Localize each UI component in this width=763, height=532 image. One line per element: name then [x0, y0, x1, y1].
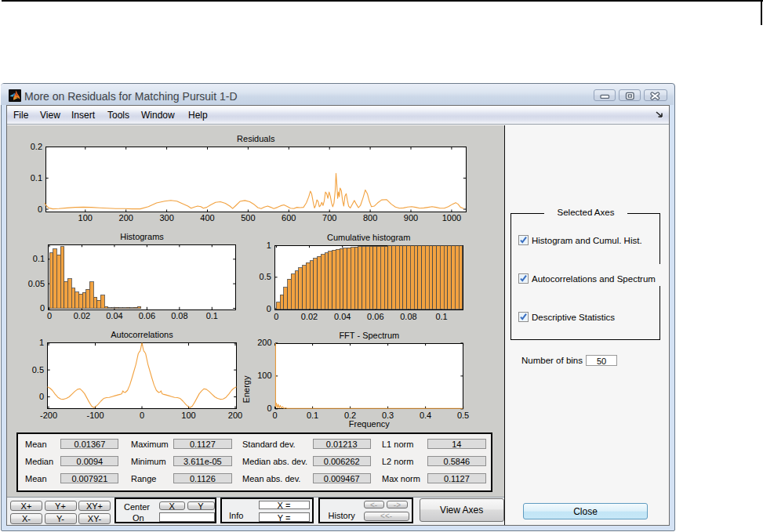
- svg-text:800: 800: [363, 213, 377, 223]
- svg-text:FFT - Spectrum: FFT - Spectrum: [339, 331, 399, 340]
- svg-text:0.06: 0.06: [367, 312, 383, 321]
- svg-text:400: 400: [200, 213, 214, 223]
- svg-text:0.5: 0.5: [32, 365, 44, 375]
- svg-text:0.3: 0.3: [382, 411, 394, 420]
- svg-text:0.1: 0.1: [31, 173, 42, 183]
- svg-text:500: 500: [241, 213, 255, 223]
- svg-text:Cumulative histogram: Cumulative histogram: [327, 233, 410, 242]
- svg-text:0: 0: [40, 303, 45, 313]
- svg-text:700: 700: [322, 213, 336, 223]
- svg-text:0.1: 0.1: [435, 312, 447, 321]
- svg-text:Energy: Energy: [242, 375, 251, 403]
- svg-text:0: 0: [273, 411, 278, 420]
- svg-text:0: 0: [140, 411, 144, 420]
- svg-text:0: 0: [38, 204, 42, 214]
- svg-text:1: 1: [267, 241, 271, 250]
- svg-text:0.08: 0.08: [400, 312, 416, 321]
- svg-text:0: 0: [274, 312, 278, 321]
- svg-text:0: 0: [267, 404, 271, 413]
- svg-text:-100: -100: [86, 411, 104, 420]
- svg-text:1000: 1000: [442, 213, 461, 223]
- svg-text:600: 600: [282, 213, 296, 223]
- svg-text:0.06: 0.06: [139, 311, 155, 320]
- svg-text:900: 900: [404, 213, 418, 223]
- svg-text:0.05: 0.05: [28, 279, 45, 288]
- svg-text:0.5: 0.5: [260, 272, 271, 281]
- svg-text:200: 200: [119, 213, 133, 223]
- svg-text:300: 300: [159, 213, 173, 223]
- svg-text:0.4: 0.4: [420, 411, 431, 420]
- svg-text:0.5: 0.5: [457, 411, 469, 420]
- svg-text:0.02: 0.02: [74, 311, 90, 320]
- svg-text:Frequency: Frequency: [349, 419, 390, 429]
- svg-text:0.04: 0.04: [106, 311, 122, 320]
- svg-text:200: 200: [228, 411, 242, 420]
- svg-text:0.08: 0.08: [171, 311, 187, 320]
- svg-text:0.04: 0.04: [334, 312, 351, 321]
- svg-text:0: 0: [47, 311, 52, 320]
- svg-text:0.2: 0.2: [31, 142, 42, 151]
- svg-text:1: 1: [39, 338, 44, 347]
- svg-text:0: 0: [267, 304, 271, 313]
- svg-text:0.1: 0.1: [33, 254, 45, 263]
- svg-text:100: 100: [181, 411, 195, 420]
- svg-text:0.1: 0.1: [206, 311, 218, 320]
- svg-text:100: 100: [257, 371, 271, 380]
- svg-text:200: 200: [257, 338, 271, 347]
- svg-text:Autocorrelations: Autocorrelations: [111, 330, 173, 339]
- svg-text:Histograms: Histograms: [120, 232, 164, 241]
- svg-text:-200: -200: [40, 411, 57, 420]
- svg-text:100: 100: [78, 213, 93, 223]
- svg-text:0: 0: [39, 392, 44, 401]
- svg-text:0.2: 0.2: [344, 411, 356, 420]
- svg-text:0.02: 0.02: [301, 312, 318, 321]
- svg-text:0.1: 0.1: [307, 411, 318, 420]
- svg-text:Residuals: Residuals: [237, 134, 275, 143]
